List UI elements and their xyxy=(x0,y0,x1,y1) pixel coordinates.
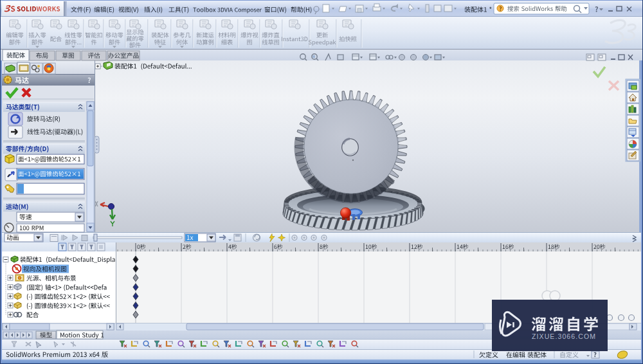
svg-text:ZIXUE.3066.COM: ZIXUE.3066.COM xyxy=(532,332,596,340)
